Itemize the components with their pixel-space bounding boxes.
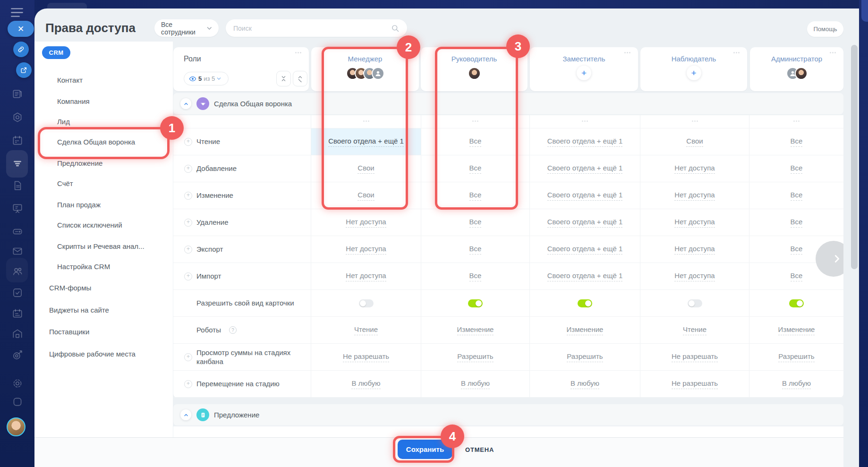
permission-value[interactable]: Своего отдела + ещё 1: [547, 272, 623, 281]
sidebar-root-item-1[interactable]: Виджеты на сайте: [49, 306, 109, 314]
permission-value[interactable]: Нет доступа: [674, 272, 715, 281]
expand-row-icon[interactable]: +: [184, 246, 192, 254]
sidebar-item-1[interactable]: Компания: [57, 97, 90, 105]
sidebar-item-6[interactable]: План продаж: [57, 201, 101, 209]
add-member-button[interactable]: +: [577, 66, 591, 80]
sidebar-item-9[interactable]: Настройка CRM: [57, 263, 110, 271]
permission-value[interactable]: Нет доступа: [346, 272, 386, 281]
permission-value[interactable]: Нет доступа: [674, 245, 715, 255]
permission-value[interactable]: Своего отдела + ещё 1: [547, 164, 623, 174]
permission-value[interactable]: Все: [791, 137, 803, 147]
permission-value[interactable]: Нет доступа: [346, 218, 386, 228]
more-dots-icon[interactable]: [733, 52, 740, 53]
cancel-button[interactable]: ОТМЕНА: [465, 446, 494, 453]
sidebar-item-8[interactable]: Скрипты и Речевая анал...: [57, 242, 145, 250]
permission-value[interactable]: Разрешить: [457, 352, 493, 362]
permission-value[interactable]: В любую: [461, 379, 490, 389]
permission-value[interactable]: Не разрешать: [343, 352, 389, 362]
permission-value[interactable]: Все: [791, 218, 803, 228]
expand-row-icon[interactable]: +: [184, 138, 192, 146]
drive-icon[interactable]: [11, 225, 24, 238]
employee-filter-dropdown[interactable]: Все сотрудники: [154, 19, 219, 37]
settings-icon[interactable]: [11, 377, 24, 390]
permission-value[interactable]: Все: [791, 272, 803, 281]
permission-toggle[interactable]: [468, 299, 483, 307]
marketing-icon[interactable]: [11, 349, 24, 361]
documents-icon[interactable]: [11, 179, 24, 192]
role-members[interactable]: [750, 67, 843, 80]
collapse-section-button[interactable]: [180, 98, 191, 109]
more-dots-icon[interactable]: [582, 120, 588, 122]
expand-row-icon[interactable]: +: [184, 219, 192, 227]
calendar-icon[interactable]: [11, 134, 24, 146]
permission-value[interactable]: Нет доступа: [674, 164, 715, 174]
crm-funnel-icon[interactable]: [11, 157, 24, 170]
feed-icon[interactable]: [11, 88, 24, 100]
permission-value[interactable]: Все: [469, 272, 482, 281]
sidebar-item-0[interactable]: Контакт: [57, 76, 83, 84]
permission-toggle[interactable]: [688, 299, 702, 307]
expand-row-icon[interactable]: +: [184, 272, 192, 280]
permission-value[interactable]: Своего отдела + ещё 1: [547, 218, 623, 228]
more-dots-icon[interactable]: [624, 52, 630, 53]
sidebar-root-item-0[interactable]: CRM-формы: [49, 284, 91, 292]
expand-row-icon[interactable]: +: [184, 380, 192, 388]
expand-all-button[interactable]: [293, 71, 307, 86]
warehouse-icon[interactable]: [11, 328, 24, 340]
permission-toggle[interactable]: [359, 299, 374, 307]
permission-value[interactable]: Свои: [686, 137, 703, 147]
add-member-button[interactable]: +: [687, 66, 701, 80]
mail-icon[interactable]: [11, 245, 24, 257]
sidebar-item-5[interactable]: Счёт: [57, 179, 73, 187]
permission-value[interactable]: Все: [791, 164, 803, 174]
permission-value[interactable]: Своего отдела + ещё 1: [547, 245, 623, 255]
sidebar-item-2[interactable]: Лид: [57, 118, 70, 126]
permission-value[interactable]: Не разрешать: [672, 379, 718, 389]
external-link-icon[interactable]: [16, 62, 32, 78]
permission-value[interactable]: Нет доступа: [346, 245, 386, 255]
close-icon[interactable]: ✕: [8, 21, 34, 37]
expand-row-icon[interactable]: +: [184, 353, 192, 361]
permission-value[interactable]: Все: [791, 191, 803, 201]
permission-toggle[interactable]: [789, 299, 804, 307]
permission-value[interactable]: Все: [469, 245, 482, 255]
permission-value[interactable]: Не разрешать: [672, 352, 718, 362]
permission-value[interactable]: Все: [791, 245, 803, 255]
services-icon[interactable]: [11, 111, 24, 124]
collapse-all-button[interactable]: [276, 71, 291, 86]
employees-icon[interactable]: [11, 265, 24, 277]
sidebar-item-7[interactable]: Список исключений: [57, 221, 122, 229]
collapse-section-button[interactable]: [180, 409, 191, 420]
more-icon[interactable]: [11, 396, 24, 408]
permission-toggle[interactable]: [578, 299, 592, 307]
permission-value[interactable]: Разрешить: [567, 352, 603, 362]
permission-value[interactable]: Своего отдела + ещё 1: [547, 137, 623, 147]
more-dots-icon[interactable]: [793, 120, 800, 122]
more-dots-icon[interactable]: [295, 52, 301, 53]
expand-row-icon[interactable]: +: [184, 192, 192, 200]
permission-value[interactable]: Чтение: [354, 325, 378, 335]
more-dots-icon[interactable]: [830, 52, 836, 53]
permission-value[interactable]: Своего отдела + ещё 1: [547, 191, 623, 201]
permission-value[interactable]: В любую: [570, 379, 599, 389]
search-input[interactable]: [233, 25, 375, 32]
permission-value[interactable]: Разрешить: [778, 352, 814, 362]
permission-value[interactable]: Нет доступа: [674, 191, 715, 201]
permission-value[interactable]: Нет доступа: [674, 218, 715, 228]
scrollbar-thumb[interactable]: [851, 45, 858, 269]
sidebar-root-item-3[interactable]: Цифровые рабочие места: [49, 350, 136, 358]
expand-row-icon[interactable]: +: [184, 165, 192, 173]
permission-value[interactable]: Изменение: [778, 325, 815, 335]
permission-value[interactable]: В любую: [782, 379, 811, 389]
visible-roles-dropdown[interactable]: 5 из 5: [184, 72, 229, 85]
permission-value[interactable]: Изменение: [567, 325, 604, 335]
tasks-icon[interactable]: [11, 287, 24, 299]
permission-value[interactable]: Чтение: [683, 325, 706, 335]
sites-icon[interactable]: [11, 202, 24, 214]
schedule-icon[interactable]: [11, 307, 24, 320]
more-dots-icon[interactable]: [692, 120, 698, 122]
sidebar-root-item-2[interactable]: Поставщики: [49, 328, 89, 336]
permission-value[interactable]: Все: [469, 218, 482, 228]
permission-value[interactable]: Изменение: [457, 325, 494, 335]
user-avatar[interactable]: [7, 417, 26, 436]
